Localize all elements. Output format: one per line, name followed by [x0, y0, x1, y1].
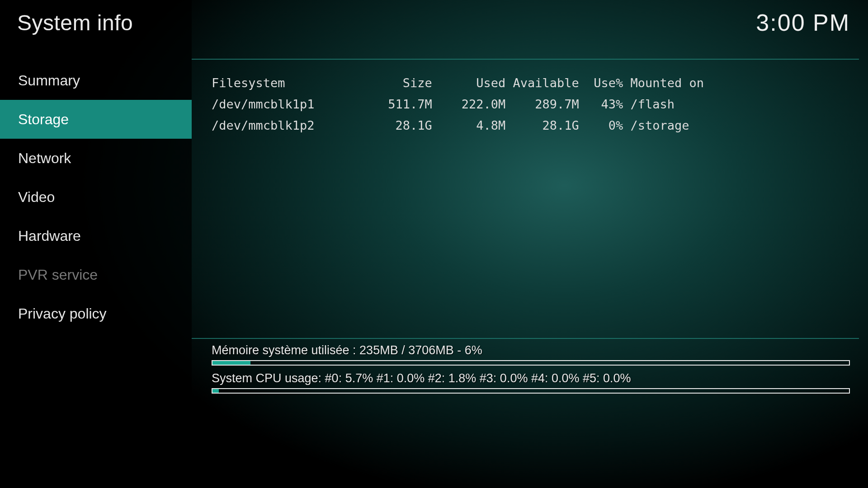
memory-usage-label: Mémoire système utilisée : 235MB / 3706M…: [212, 343, 850, 357]
sidebar-item-label: Storage: [18, 111, 69, 128]
sidebar-item-label: Summary: [18, 72, 80, 89]
cpu-usage-label: System CPU usage: #0: 5.7% #1: 0.0% #2: …: [212, 371, 850, 385]
sidebar-item-storage[interactable]: Storage: [0, 100, 192, 139]
divider-top: [192, 59, 859, 60]
cpu-usage-bar: [212, 388, 850, 394]
sidebar-item-video[interactable]: Video: [0, 178, 192, 216]
sidebar-item-label: Hardware: [18, 228, 81, 244]
sidebar-item-privacy-policy[interactable]: Privacy policy: [0, 294, 192, 333]
divider-bottom: [192, 338, 859, 339]
main-content: Filesystem Size Used Available Use% Moun…: [192, 0, 868, 488]
sidebar-items: SummaryStorageNetworkVideoHardwarePVR se…: [0, 61, 192, 333]
memory-usage-fill: [212, 361, 250, 365]
sidebar-item-summary[interactable]: Summary: [0, 61, 192, 100]
sidebar-item-label: Privacy policy: [18, 305, 107, 322]
page-title: System info: [17, 10, 133, 35]
cpu-usage-fill: [212, 389, 219, 393]
sidebar-item-network[interactable]: Network: [0, 139, 192, 178]
sidebar-item-pvr-service: PVR service: [0, 255, 192, 294]
sidebar-item-label: Network: [18, 150, 71, 167]
sidebar-item-label: Video: [18, 189, 55, 206]
sidebar-item-hardware[interactable]: Hardware: [0, 216, 192, 255]
memory-usage-bar: [212, 360, 850, 366]
sidebar: SummaryStorageNetworkVideoHardwarePVR se…: [0, 0, 192, 488]
storage-table: Filesystem Size Used Available Use% Moun…: [212, 72, 704, 136]
sidebar-item-label: PVR service: [18, 267, 98, 283]
status-block: Mémoire système utilisée : 235MB / 3706M…: [212, 343, 850, 399]
